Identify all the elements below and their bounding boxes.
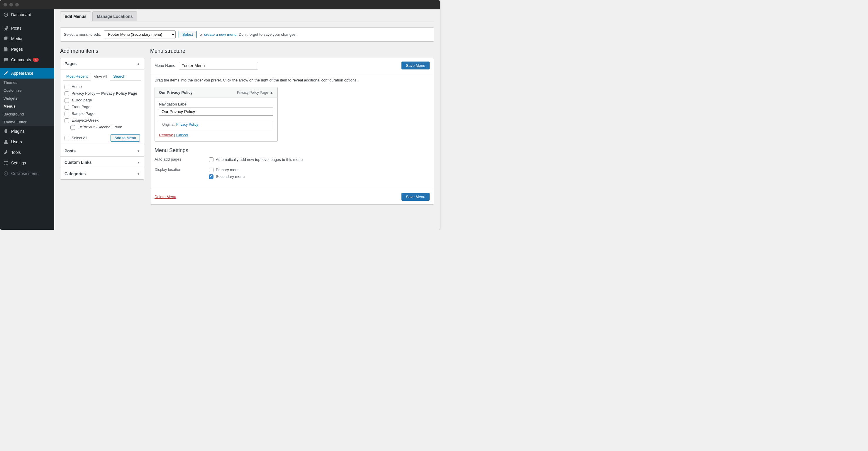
sidebar-label: Comments <box>11 58 31 62</box>
checkbox[interactable] <box>64 118 69 123</box>
nav-label-input[interactable] <box>159 107 273 116</box>
secondary-menu-option[interactable]: Secondary menu <box>209 174 430 179</box>
save-menu-button-bottom[interactable]: Save Menu <box>401 193 430 201</box>
checkbox[interactable] <box>64 98 69 103</box>
sub-themes[interactable]: Themes <box>0 78 54 87</box>
pages-list: Home Privacy Policy — Privacy Policy Pag… <box>60 83 144 131</box>
custom-links-header[interactable]: Custom Links ▼ <box>60 157 144 168</box>
menu-settings-title: Menu Settings <box>155 148 430 154</box>
menu-name-label: Menu Name <box>155 63 175 68</box>
select-button[interactable]: Select <box>179 31 197 38</box>
collapse-label: Collapse menu <box>11 171 38 176</box>
menu-structure-title: Menu structure <box>150 48 434 54</box>
collapse-menu[interactable]: Collapse menu <box>0 168 54 179</box>
sidebar-label: Media <box>11 36 22 41</box>
sidebar-label: Plugins <box>11 129 25 134</box>
sidebar-label: Users <box>11 139 22 144</box>
caret-down-icon: ▼ <box>137 150 140 153</box>
menu-name-input[interactable] <box>179 62 258 69</box>
page-item: Επίπεδο 2 -Second Greek <box>64 124 140 131</box>
collapse-icon <box>3 170 9 176</box>
delete-menu-link[interactable]: Delete Menu <box>155 195 176 199</box>
sidebar-item-comments[interactable]: Comments 3 <box>0 55 54 65</box>
cancel-link[interactable]: Cancel <box>176 133 188 137</box>
sidebar-label: Pages <box>11 47 23 52</box>
checkbox[interactable] <box>70 125 75 130</box>
original-link[interactable]: Privacy Policy <box>176 123 198 127</box>
sidebar-item-settings[interactable]: Settings <box>0 158 54 168</box>
auto-add-label: Auto add pages <box>155 157 209 164</box>
sidebar-item-media[interactable]: Media <box>0 33 54 44</box>
sidebar-item-plugins[interactable]: Plugins <box>0 126 54 136</box>
pages-header[interactable]: Pages ▲ <box>60 58 144 69</box>
primary-menu-option[interactable]: Primary menu <box>209 167 430 172</box>
sidebar-item-dashboard[interactable]: Dashboard <box>0 9 54 20</box>
posts-header[interactable]: Posts ▼ <box>60 145 144 157</box>
auto-add-option[interactable]: Automatically add new top-level pages to… <box>209 157 430 162</box>
menu-item-type: Privacy Policy Page▲ <box>237 91 273 95</box>
sidebar-label: Appearance <box>11 71 33 75</box>
user-icon <box>3 139 9 145</box>
inner-tab-search[interactable]: Search <box>110 73 128 80</box>
display-location-label: Display location <box>155 167 209 181</box>
categories-header[interactable]: Categories ▼ <box>60 168 144 179</box>
sub-customize[interactable]: Customize <box>0 87 54 94</box>
checkbox[interactable] <box>209 168 214 172</box>
page-item: Ελληνικά-Greek <box>64 117 140 124</box>
pages-icon <box>3 46 9 52</box>
comments-badge: 3 <box>33 58 39 62</box>
tab-manage-locations[interactable]: Manage Locations <box>92 11 137 21</box>
checkbox[interactable] <box>64 91 69 96</box>
menu-item-title: Our Privacy Policy <box>159 90 193 95</box>
dashboard-icon <box>3 12 9 18</box>
checkbox[interactable] <box>64 136 69 140</box>
checkbox[interactable] <box>64 111 69 116</box>
sub-theme-editor[interactable]: Theme Editor <box>0 118 54 126</box>
checkbox[interactable] <box>64 105 69 109</box>
inner-tab-recent[interactable]: Most Recent <box>63 73 91 80</box>
caret-up-icon: ▲ <box>137 62 140 65</box>
sidebar-label: Posts <box>11 26 22 30</box>
pin-icon <box>3 25 9 31</box>
select-all[interactable]: Select All <box>64 135 87 140</box>
window-dot <box>3 3 7 6</box>
media-icon <box>3 36 9 42</box>
sidebar-item-tools[interactable]: Tools <box>0 147 54 158</box>
brush-icon <box>3 70 9 76</box>
sub-widgets[interactable]: Widgets <box>0 94 54 102</box>
sub-background[interactable]: Background <box>0 110 54 118</box>
window-dot <box>15 3 19 6</box>
menu-item-actions: Remove | Cancel <box>159 133 273 137</box>
svg-point-0 <box>5 140 7 142</box>
create-menu-link[interactable]: create a new menu <box>204 32 237 37</box>
checkbox-checked[interactable] <box>209 174 214 179</box>
menu-select[interactable]: Footer Menu (Secondary menu) <box>104 30 176 38</box>
main-content: Edit Menus Manage Locations Select a men… <box>54 9 440 230</box>
sidebar-item-pages[interactable]: Pages <box>0 44 54 55</box>
inner-tab-viewall[interactable]: View All <box>91 73 110 80</box>
sub-menus[interactable]: Menus <box>0 102 54 110</box>
sidebar-item-posts[interactable]: Posts <box>0 23 54 33</box>
add-items-title: Add menu items <box>60 48 144 54</box>
menu-structure-panel: Menu Name Save Menu Drag the items into … <box>150 58 434 204</box>
page-item: Privacy Policy — Privacy Policy Page <box>64 90 140 97</box>
page-item: a Blog page <box>64 97 140 104</box>
add-to-menu-button[interactable]: Add to Menu <box>111 134 140 141</box>
appearance-submenu: Themes Customize Widgets Menus Backgroun… <box>0 78 54 126</box>
page-item: Home <box>64 84 140 90</box>
save-menu-button-top[interactable]: Save Menu <box>401 62 430 69</box>
checkbox[interactable] <box>64 85 69 89</box>
checkbox[interactable] <box>209 157 214 162</box>
menu-item-head[interactable]: Our Privacy Policy Privacy Policy Page▲ <box>155 87 277 98</box>
sidebar-label: Dashboard <box>11 12 31 17</box>
sidebar-item-users[interactable]: Users <box>0 136 54 147</box>
caret-down-icon: ▼ <box>137 161 140 164</box>
menu-select-bar: Select a menu to edit: Footer Menu (Seco… <box>60 27 434 42</box>
app-window: Dashboard Posts Media Pages Comments 3 <box>0 0 440 230</box>
sidebar-item-appearance[interactable]: Appearance <box>0 68 54 78</box>
tab-edit-menus[interactable]: Edit Menus <box>60 11 91 22</box>
select-suffix: or create a new menu. Don't forget to sa… <box>200 32 297 37</box>
caret-up-icon: ▲ <box>270 91 273 95</box>
add-items-accordion: Pages ▲ Most Recent View All Search Home <box>60 58 144 180</box>
remove-link[interactable]: Remove <box>159 133 173 137</box>
